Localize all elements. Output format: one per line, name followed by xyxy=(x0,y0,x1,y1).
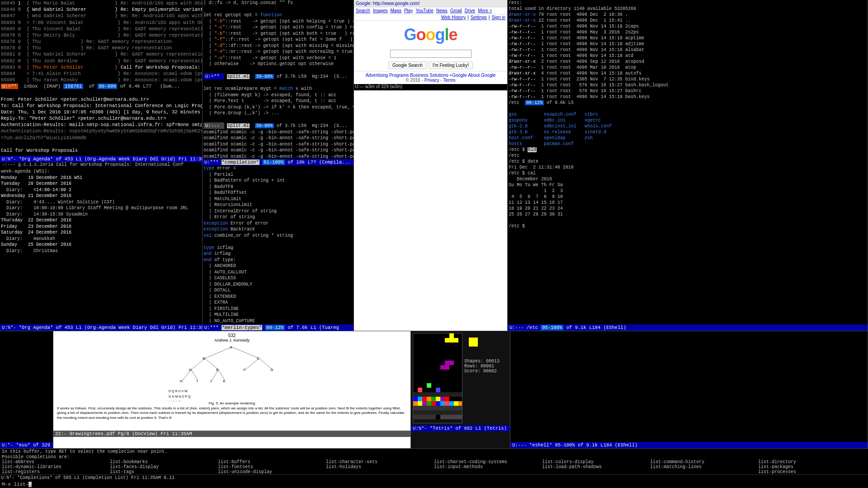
google-copyright: © 2016 - Privacy - Terms xyxy=(355,78,506,83)
google-buttons: Google Search I'm Feeling Lucky! xyxy=(354,61,507,69)
panel-euu: U:*- *euu* of 329 L14 (euu) Fri 11:35AM xyxy=(0,331,53,448)
panel-drawtrees: 532 Andrew J. Kennedy A B C D E F xyxy=(53,331,411,448)
svg-rect-24 xyxy=(449,333,454,338)
nav-maps[interactable]: Maps xyxy=(390,8,401,13)
nav-gmail[interactable]: Gmail xyxy=(450,8,462,13)
browser-toolbar: Google: http://www.google.com/ xyxy=(354,0,507,7)
browser-settings: Web History | Settings | Sign in xyxy=(354,14,507,21)
nav-youtube[interactable]: YouTube xyxy=(415,8,433,13)
svg-rect-35 xyxy=(427,397,431,401)
google-search-input[interactable] xyxy=(390,50,472,58)
svg-rect-25 xyxy=(445,338,449,343)
email-status: U:%*- *Org Agenda* of 453 L1 (Org-Agenda… xyxy=(0,156,202,162)
nav-news[interactable]: News xyxy=(436,8,448,13)
fig-caption: Fig. 5. An example rendering xyxy=(55,401,409,405)
google-search-button[interactable]: Google Search xyxy=(388,61,427,69)
svg-rect-44 xyxy=(413,410,462,415)
svg-text:B: B xyxy=(203,357,205,361)
svg-rect-39 xyxy=(445,397,449,401)
svg-rect-55 xyxy=(427,401,431,406)
privacy-link[interactable]: Privacy xyxy=(425,78,439,83)
code-content: | d::fs -> d, String.concat "" fs let re… xyxy=(203,0,354,159)
terms-link[interactable]: Terms xyxy=(443,78,455,83)
svg-rect-46 xyxy=(440,415,462,419)
svg-rect-28 xyxy=(445,361,449,365)
nav-drive[interactable]: Drive xyxy=(465,8,475,13)
google-logo: Google xyxy=(354,21,507,48)
agenda-status: U:%*- *Org Agenda* of 453 L1 (Org-Agenda… xyxy=(0,324,202,331)
svg-rect-53 xyxy=(418,401,422,406)
svg-rect-38 xyxy=(440,397,445,401)
nav-more[interactable]: More > xyxy=(478,8,492,13)
svg-rect-27 xyxy=(454,338,458,343)
minibuffer-prompt: M-x list- xyxy=(2,482,28,487)
types-status: U:*** *merlin-types* 00-12% of 7.6k L1 (… xyxy=(203,324,354,331)
svg-rect-63 xyxy=(473,342,478,347)
minibuffer[interactable]: M-x list-_ xyxy=(0,481,868,488)
svg-text:G H M N O P Q: G H M N O P Q xyxy=(169,395,191,399)
panel-email: 66845 1 { Thu Mario Balat } Re: Android/… xyxy=(0,0,203,331)
fig-number: 532 xyxy=(55,333,409,338)
svg-rect-42 xyxy=(458,401,462,406)
euu-status: U:*- *euu* of 329 L14 (euu) Fri 11:35AM xyxy=(0,442,53,448)
completion-prompt: Possible completions are: xyxy=(0,455,868,460)
svg-line-0 xyxy=(205,347,232,358)
svg-rect-37 xyxy=(436,397,440,401)
tetris-rows: Rows: 00001 xyxy=(464,364,500,369)
sign-in-link[interactable]: Sign in xyxy=(491,15,505,20)
tetris-score: Score: 00082 xyxy=(464,369,500,374)
completion-list: list-abbrevs list-bookmarks list-buffers… xyxy=(0,460,868,474)
files-content: /etc: total used in directory 1140 avail… xyxy=(508,0,868,324)
minibuffer-cursor: _ xyxy=(28,482,32,487)
svg-text:G: G xyxy=(270,368,273,372)
svg-rect-62 xyxy=(469,342,473,347)
svg-rect-29 xyxy=(449,361,454,365)
drawtrees-status: 22:- drawingtrees.pdf Pg/8 (DocView) Fri… xyxy=(53,431,410,437)
panel-tetris: Shapes: 00013 Rows: 00001 Score: 00082 U… xyxy=(411,331,510,448)
svg-rect-48 xyxy=(418,388,422,392)
fig-description: It works as follows. First, recursively … xyxy=(55,405,409,421)
svg-rect-31 xyxy=(445,365,449,370)
svg-rect-51 xyxy=(413,392,462,397)
feeling-lucky-button[interactable]: I'm Feeling Lucky! xyxy=(429,61,473,69)
svg-rect-43 xyxy=(413,406,462,410)
nav-images[interactable]: Images xyxy=(373,8,388,13)
svg-rect-45 xyxy=(413,415,436,419)
panel-code: | d::fs -> d, String.concat "" fs let re… xyxy=(203,0,354,331)
google-footer: Advertising Programs·Business Solutions·… xyxy=(354,71,507,84)
bottom-section: U:*- *euu* of 329 L14 (euu) Fri 11:35AM … xyxy=(0,331,868,448)
nav-play[interactable]: Play xyxy=(404,8,413,13)
svg-rect-59 xyxy=(445,401,449,406)
tetris-preview xyxy=(464,333,487,356)
svg-text:I: I xyxy=(197,379,198,383)
euu-content xyxy=(0,331,53,442)
eshell-status: U:--- *eshell* 95-100% of 9.1k L184 (ESh… xyxy=(510,442,868,448)
browser-nav[interactable]: Search Images Maps Play YouTube News Gma… xyxy=(354,7,507,14)
svg-text:D: D xyxy=(189,368,192,372)
tetris-shapes: Shapes: 00013 xyxy=(464,359,500,364)
completion-area: In this buffer, type RET to select the c… xyxy=(0,448,868,488)
nav-search[interactable]: Search xyxy=(356,8,370,13)
svg-text:A: A xyxy=(230,345,232,349)
svg-rect-30 xyxy=(440,365,445,370)
svg-rect-40 xyxy=(449,401,454,406)
svg-text:J: J xyxy=(210,379,212,383)
svg-rect-41 xyxy=(454,401,458,406)
svg-text:K: K xyxy=(223,379,226,383)
svg-rect-54 xyxy=(422,401,427,406)
agenda-section: -:--- g.c.1.c.inria Call for Workshop Pr… xyxy=(0,162,202,169)
tetris-main: Shapes: 00013 Rows: 00001 Score: 00082 xyxy=(411,331,510,425)
web-history-link[interactable]: Web History xyxy=(441,15,466,20)
svg-text:I J K L O: I J K L O xyxy=(169,400,181,401)
svg-text:F: F xyxy=(244,368,246,372)
email-content: 66845 1 { Thu Mario Balat } Re: Android/… xyxy=(0,0,202,156)
tetris-board xyxy=(413,333,462,423)
svg-rect-34 xyxy=(422,397,427,401)
svg-text:E: E xyxy=(216,368,218,372)
svg-rect-33 xyxy=(418,397,422,401)
svg-line-1 xyxy=(232,347,259,358)
svg-rect-56 xyxy=(431,401,436,406)
settings-link[interactable]: Settings xyxy=(471,15,487,20)
browser-url: Google: http://www.google.com/ xyxy=(356,1,420,6)
main-area: 66845 1 { Thu Mario Balat } Re: Android/… xyxy=(0,0,868,331)
